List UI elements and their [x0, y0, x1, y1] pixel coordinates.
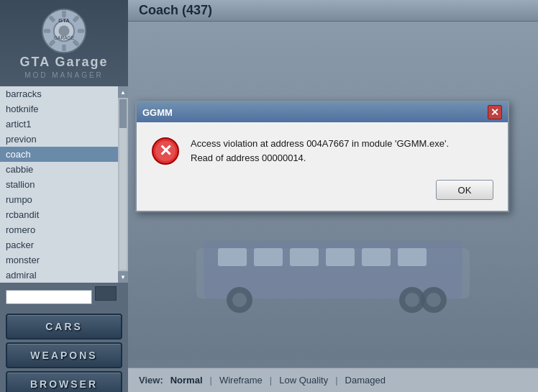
dialog-title: GGMM	[142, 107, 173, 118]
dialog-close-button[interactable]: ✕	[488, 105, 502, 119]
nav-buttons: CARSWEAPONSBROWSER	[0, 308, 128, 393]
nav-button-weapons[interactable]: WEAPONS	[6, 342, 122, 368]
svg-rect-16	[254, 248, 283, 266]
list-item-rumpo[interactable]: rumpo	[0, 192, 118, 207]
svg-rect-20	[398, 248, 427, 266]
svg-rect-15	[218, 248, 247, 266]
view-lowquality-link[interactable]: Low Quality	[279, 375, 328, 386]
dialog-titlebar: GGMM ✕	[137, 102, 508, 122]
search-input[interactable]	[6, 290, 92, 304]
svg-point-2	[58, 25, 69, 36]
view-normal-link[interactable]: Normal	[170, 375, 203, 386]
dialog-footer: OK	[137, 176, 508, 211]
nav-button-browser[interactable]: BROWSER	[6, 371, 122, 393]
list-item-cabbie[interactable]: cabbie	[0, 162, 118, 177]
dialog-ok-button[interactable]: OK	[436, 180, 493, 200]
app-subtitle: MOD MANAGER	[24, 71, 104, 79]
svg-point-22	[232, 293, 247, 307]
dialog-message: Access violation at address 004A7667 in …	[191, 137, 449, 165]
svg-rect-9	[44, 29, 50, 33]
list-item-coach[interactable]: coach	[0, 147, 118, 162]
list-item-artict1[interactable]: artict1	[0, 117, 118, 132]
search-area	[0, 283, 128, 308]
vehicle-list-container: barrackshotknifeartict1previoncoachcabbi…	[0, 86, 128, 283]
dialog-body: ✕ Access violation at address 004A7667 i…	[137, 122, 508, 176]
view-controls-bar: View: Normal | Wireframe | Low Quality |…	[128, 368, 538, 392]
list-item-hotknife[interactable]: hotknife	[0, 101, 118, 117]
error-dialog: GGMM ✕ ✕ Access violation at address 004…	[135, 101, 509, 212]
list-item-barracks[interactable]: barracks	[0, 86, 118, 101]
dialog-message-line2: Read of address 00000014.	[191, 151, 449, 165]
error-icon: ✕	[151, 137, 180, 165]
main-area: Coach (437) View: Normal | Wir	[128, 0, 538, 392]
nav-button-cars[interactable]: CARS	[6, 314, 122, 339]
view-damaged-link[interactable]: Damaged	[345, 375, 386, 386]
svg-text:GARAGE: GARAGE	[54, 35, 75, 40]
scroll-track	[119, 99, 127, 270]
svg-rect-3	[62, 11, 66, 17]
scroll-thumb[interactable]	[119, 99, 127, 128]
main-title-bar: Coach (437)	[128, 0, 538, 22]
dialog-message-line1: Access violation at address 004A7667 in …	[191, 137, 449, 151]
svg-rect-18	[326, 248, 355, 266]
vehicle-silhouette	[182, 227, 484, 320]
main-title-text: Coach (437)	[139, 3, 212, 18]
scroll-up-button[interactable]: ▲	[118, 86, 128, 98]
list-item-stallion[interactable]: stallion	[0, 177, 118, 192]
list-item-monster[interactable]: monster	[0, 252, 118, 268]
list-item-packer[interactable]: packer	[0, 237, 118, 252]
svg-rect-17	[290, 248, 319, 266]
list-scrollbar[interactable]: ▲ ▼	[118, 86, 128, 283]
app-logo-icon: GTA GARAGE	[39, 7, 89, 55]
svg-text:✕: ✕	[159, 142, 172, 160]
app-name: GTA Garage	[19, 55, 108, 70]
list-item-previon[interactable]: previon	[0, 132, 118, 147]
view-label: View:	[139, 375, 163, 386]
vehicle-list[interactable]: barrackshotknifeartict1previoncoachcabbi…	[0, 86, 118, 283]
svg-point-26	[427, 293, 441, 307]
list-item-romero[interactable]: romero	[0, 222, 118, 237]
search-button[interactable]	[95, 286, 117, 301]
svg-rect-19	[362, 248, 391, 266]
list-item-admiral[interactable]: admiral	[0, 268, 118, 283]
list-item-rcbandit[interactable]: rcbandit	[0, 207, 118, 222]
scroll-down-button[interactable]: ▼	[118, 271, 128, 283]
logo-area: GTA GARAGE GTA Garage MOD MANAGER	[0, 0, 128, 86]
sidebar: GTA GARAGE GTA Garage MOD MANAGER barrac…	[0, 0, 128, 392]
svg-rect-7	[62, 45, 66, 51]
svg-rect-5	[78, 29, 84, 33]
view-wireframe-link[interactable]: Wireframe	[219, 375, 263, 386]
svg-point-24	[405, 293, 419, 307]
svg-text:GTA: GTA	[58, 17, 70, 24]
